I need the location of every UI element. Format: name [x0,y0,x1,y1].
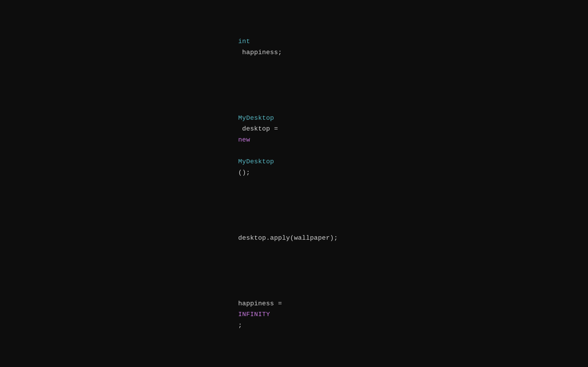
code-line-6: return happiness; [222,364,366,367]
keyword-int-local: int [238,38,250,45]
keyword-new: new [238,136,250,143]
code-line-4: desktop.apply(wallpaper); [222,211,366,254]
line3-end: (); [238,169,250,176]
class-mydesktop-1: MyDesktop [238,115,274,122]
code-line-5: happiness = INFINITY ; [222,276,366,342]
indent-2 [238,27,254,34]
line5-rest: happiness = [238,300,286,307]
line4-rest: desktop.apply(wallpaper); [238,234,338,242]
indent-5 [238,289,254,296]
constant-infinity: INFINITY [238,311,270,318]
code-line-2: int happiness; [222,14,366,69]
space-3 [238,147,242,154]
code-line-3: MyDesktop desktop = new MyDesktop (); [222,91,366,189]
line3-middle: desktop = [238,125,282,132]
indent-4 [238,224,254,231]
line5-end: ; [238,322,242,329]
code-display: private static int updateDesktop(Image w… [222,0,366,367]
line2-rest: happiness; [238,49,282,56]
indent-3 [238,103,254,110]
class-mydesktop-2: MyDesktop [238,158,274,165]
